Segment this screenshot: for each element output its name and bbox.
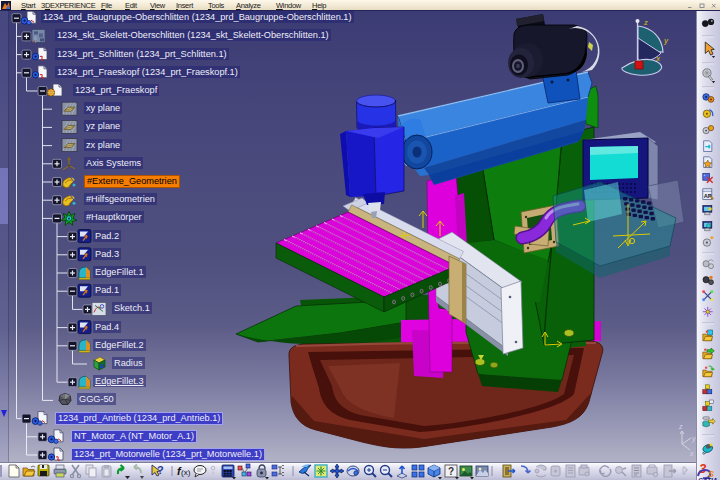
svg-text:3: 3 [699, 461, 707, 476]
svg-text:(x): (x) [181, 468, 191, 477]
svg-text:?: ? [157, 464, 164, 476]
svg-text:?: ? [448, 466, 454, 477]
